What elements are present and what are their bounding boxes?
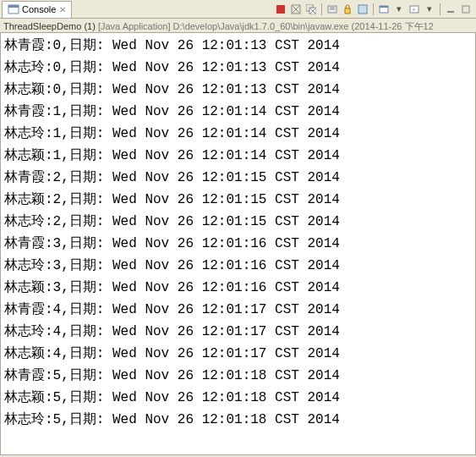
run-detail: [Java Application] D:\develop\Java\jdk1.… (98, 21, 434, 31)
separator-icon (440, 3, 440, 15)
minimize-icon[interactable] (444, 3, 457, 16)
separator-icon (321, 3, 322, 15)
svg-rect-20 (462, 6, 469, 13)
console-icon (8, 3, 19, 15)
svg-rect-14 (358, 5, 367, 14)
maximize-icon[interactable] (459, 3, 473, 16)
console-tab-label: Console (22, 4, 56, 14)
tab-bar: Console ✕ ▾ + ▾ (0, 0, 476, 19)
console-tab[interactable]: Console ✕ (2, 1, 72, 18)
svg-rect-13 (345, 8, 350, 14)
clear-console-icon[interactable] (326, 3, 339, 16)
remove-all-icon[interactable] (304, 3, 318, 16)
console-output[interactable]: 林青霞:0,日期: Wed Nov 26 12:01:13 CST 2014 林… (0, 32, 476, 455)
svg-rect-2 (276, 5, 285, 14)
run-info-bar: ThreadSleepDemo (1) [Java Application] D… (0, 19, 476, 32)
separator-icon (373, 3, 374, 15)
toolbar: ▾ + ▾ (274, 3, 476, 16)
svg-text:+: + (412, 6, 416, 14)
pin-console-icon[interactable] (356, 3, 369, 16)
open-console-icon[interactable]: + (408, 3, 421, 16)
run-title: ThreadSleepDemo (1) (3, 21, 96, 31)
display-console-icon[interactable] (377, 3, 391, 16)
svg-rect-1 (8, 5, 19, 8)
svg-rect-16 (380, 6, 388, 8)
scroll-lock-icon[interactable] (341, 3, 354, 16)
dropdown-icon[interactable]: ▾ (423, 3, 436, 16)
svg-rect-19 (447, 11, 454, 13)
remove-launch-icon[interactable] (289, 3, 303, 16)
terminate-icon[interactable] (274, 3, 287, 16)
dropdown-icon[interactable]: ▾ (392, 3, 406, 16)
close-tab-icon[interactable]: ✕ (59, 5, 66, 14)
